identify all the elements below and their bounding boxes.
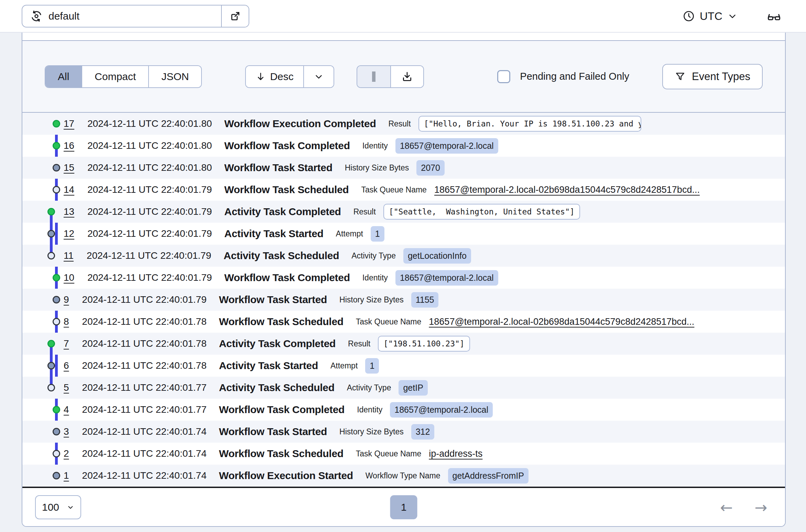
event-id-link[interactable]: 1 bbox=[64, 470, 69, 481]
event-detail-value: 1 bbox=[365, 358, 379, 374]
download-history-button[interactable] bbox=[390, 66, 423, 87]
sort-order-control: Desc bbox=[245, 65, 334, 88]
event-timestamp: 2024-12-11 UTC 22:40:01.79 bbox=[87, 228, 212, 239]
event-id-link[interactable]: 11 bbox=[64, 250, 74, 261]
pause-download-control bbox=[357, 65, 424, 88]
event-timestamp: 2024-12-11 UTC 22:40:01.77 bbox=[82, 382, 207, 393]
download-icon bbox=[401, 71, 413, 82]
event-id-link[interactable]: 10 bbox=[64, 272, 74, 283]
event-detail-value[interactable]: ip-address-ts bbox=[429, 448, 482, 459]
event-row[interactable]: 2 2024-12-11 UTC 22:40:01.74 Workflow Ta… bbox=[22, 443, 785, 465]
event-history-toolbar: AllCompactJSON Desc bbox=[22, 40, 785, 113]
event-row[interactable]: 10 2024-12-11 UTC 22:40:01.79 Workflow T… bbox=[22, 267, 785, 289]
event-timestamp: 2024-12-11 UTC 22:40:01.79 bbox=[87, 250, 211, 261]
clock-icon bbox=[683, 10, 695, 22]
event-id-link[interactable]: 15 bbox=[64, 162, 74, 173]
event-row[interactable]: 11 2024-12-11 UTC 22:40:01.79 Activity T… bbox=[22, 245, 785, 267]
sort-desc-button[interactable]: Desc bbox=[246, 66, 303, 87]
event-status-dot bbox=[53, 120, 60, 128]
data-encoder-button[interactable] bbox=[763, 5, 785, 27]
pause-updates-button[interactable] bbox=[357, 66, 390, 87]
event-detail-label: Result bbox=[353, 207, 376, 217]
event-row[interactable]: 3 2024-12-11 UTC 22:40:01.74 Workflow Ta… bbox=[22, 421, 785, 443]
event-name: Activity Task Started bbox=[219, 360, 318, 372]
event-id-link[interactable]: 6 bbox=[64, 360, 69, 371]
event-detail-label: Result bbox=[388, 119, 411, 129]
event-timestamp: 2024-12-11 UTC 22:40:01.80 bbox=[87, 140, 212, 151]
event-row[interactable]: 15 2024-12-11 UTC 22:40:01.80 Workflow T… bbox=[22, 157, 785, 179]
event-detail-value: 1155 bbox=[411, 292, 439, 308]
current-page-button[interactable]: 1 bbox=[390, 495, 417, 519]
event-timestamp: 2024-12-11 UTC 22:40:01.79 bbox=[87, 184, 212, 195]
event-detail-value[interactable]: 18657@temporal-2.local-02b698da15044c579… bbox=[434, 185, 700, 195]
event-row[interactable]: 13 2024-12-11 UTC 22:40:01.79 Activity T… bbox=[22, 201, 785, 223]
event-row[interactable]: 16 2024-12-11 UTC 22:40:01.80 Workflow T… bbox=[22, 135, 785, 157]
previous-page-arrow[interactable]: ← bbox=[720, 498, 733, 516]
arrow-down-icon bbox=[255, 71, 266, 82]
event-row[interactable]: 12 2024-12-11 UTC 22:40:01.79 Activity T… bbox=[22, 223, 785, 245]
event-row[interactable]: 14 2024-12-11 UTC 22:40:01.79 Workflow T… bbox=[22, 179, 785, 201]
pause-icon bbox=[372, 71, 375, 82]
tab-compact[interactable]: Compact bbox=[81, 66, 148, 87]
event-timestamp: 2024-12-11 UTC 22:40:01.74 bbox=[82, 426, 207, 437]
event-detail-label: History Size Bytes bbox=[339, 427, 404, 436]
glasses-icon bbox=[766, 9, 782, 24]
event-detail-value: 18657@temporal-2.local bbox=[390, 402, 493, 418]
tab-json[interactable]: JSON bbox=[148, 66, 201, 87]
event-types-filter-button[interactable]: Event Types bbox=[662, 64, 763, 89]
event-timestamp: 2024-12-11 UTC 22:40:01.74 bbox=[82, 470, 207, 481]
tab-all[interactable]: All bbox=[45, 66, 81, 87]
event-status-dot bbox=[47, 384, 55, 391]
event-row[interactable]: 4 2024-12-11 UTC 22:40:01.77 Workflow Ta… bbox=[22, 399, 785, 421]
event-id-link[interactable]: 2 bbox=[64, 448, 69, 459]
pending-failed-only-checkbox[interactable] bbox=[497, 70, 510, 83]
event-detail-label: Task Queue Name bbox=[356, 317, 421, 326]
event-detail-value: getLocationInfo bbox=[403, 248, 471, 264]
event-timestamp: 2024-12-11 UTC 22:40:01.78 bbox=[82, 360, 207, 371]
namespace-select[interactable]: default bbox=[22, 5, 221, 27]
event-status-dot bbox=[53, 450, 60, 457]
event-id-link[interactable]: 7 bbox=[64, 338, 69, 349]
pending-failed-only-label: Pending and Failed Only bbox=[520, 71, 629, 82]
event-row[interactable]: 8 2024-12-11 UTC 22:40:01.78 Workflow Ta… bbox=[22, 311, 785, 333]
event-name: Workflow Task Completed bbox=[224, 140, 350, 152]
event-detail-value: 18657@temporal-2.local bbox=[395, 138, 498, 154]
page-size-select[interactable]: 100 bbox=[35, 495, 81, 519]
event-id-link[interactable]: 13 bbox=[64, 206, 74, 217]
event-name: Workflow Task Scheduled bbox=[224, 184, 349, 196]
view-mode-tabs: AllCompactJSON bbox=[45, 65, 202, 88]
event-id-link[interactable]: 14 bbox=[64, 184, 74, 195]
event-row[interactable]: 9 2024-12-11 UTC 22:40:01.79 Workflow Ta… bbox=[22, 289, 785, 311]
event-id-link[interactable]: 16 bbox=[64, 140, 74, 151]
timezone-selector[interactable]: UTC bbox=[683, 5, 738, 27]
event-row[interactable]: 17 2024-12-11 UTC 22:40:01.80 Workflow E… bbox=[22, 113, 785, 135]
event-id-link[interactable]: 17 bbox=[64, 118, 74, 129]
next-page-arrow[interactable]: → bbox=[754, 498, 767, 516]
event-row[interactable]: 6 2024-12-11 UTC 22:40:01.78 Activity Ta… bbox=[22, 355, 785, 377]
top-navigation-bar: default UTC bbox=[0, 0, 806, 33]
event-id-link[interactable]: 9 bbox=[64, 294, 69, 305]
event-types-label: Event Types bbox=[692, 70, 750, 83]
event-timestamp: 2024-12-11 UTC 22:40:01.77 bbox=[82, 404, 207, 415]
event-id-link[interactable]: 8 bbox=[64, 316, 69, 327]
event-detail-label: Activity Type bbox=[347, 383, 391, 392]
event-detail-value: 18657@temporal-2.local bbox=[395, 270, 498, 286]
event-row[interactable]: 7 2024-12-11 UTC 22:40:01.78 Activity Ta… bbox=[22, 333, 785, 355]
event-row[interactable]: 5 2024-12-11 UTC 22:40:01.77 Activity Ta… bbox=[22, 377, 785, 399]
event-id-link[interactable]: 3 bbox=[64, 426, 69, 437]
namespace-switcher: default bbox=[22, 5, 249, 27]
event-status-dot bbox=[47, 340, 55, 347]
event-id-link[interactable]: 12 bbox=[64, 228, 74, 239]
open-namespace-button[interactable] bbox=[221, 5, 249, 27]
event-status-dot bbox=[53, 274, 60, 281]
event-timestamp: 2024-12-11 UTC 22:40:01.80 bbox=[87, 162, 212, 173]
sort-order-chevron-button[interactable] bbox=[303, 66, 334, 87]
event-row[interactable]: 1 2024-12-11 UTC 22:40:01.74 Workflow Ex… bbox=[22, 465, 785, 487]
event-detail-label: History Size Bytes bbox=[345, 163, 409, 173]
event-id-link[interactable]: 5 bbox=[64, 382, 69, 393]
event-detail-value: getAddressFromIP bbox=[448, 468, 529, 484]
event-status-dot bbox=[53, 186, 60, 193]
event-detail-label: Identity bbox=[362, 141, 388, 151]
event-id-link[interactable]: 4 bbox=[64, 404, 69, 415]
event-detail-value[interactable]: 18657@temporal-2.local-02b698da15044c579… bbox=[429, 317, 694, 327]
